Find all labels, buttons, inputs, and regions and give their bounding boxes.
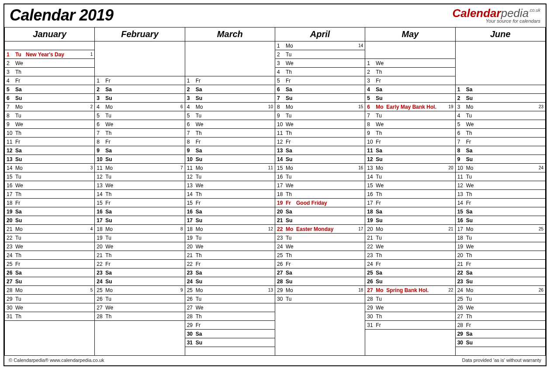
day-number: 24 <box>187 279 196 285</box>
day-cell: 28Su <box>275 277 365 286</box>
day-of-week: Tu <box>286 296 296 302</box>
day-number: 23 <box>367 252 376 258</box>
day-cell: 14Fr <box>455 199 545 207</box>
day-number: 2 <box>97 86 105 93</box>
day-number: 10 <box>277 121 286 127</box>
day-number: 28 <box>277 279 286 285</box>
day-number: 9 <box>97 148 105 154</box>
day-cell: 15Mo16 <box>275 164 365 172</box>
day-number: 5 <box>367 95 376 101</box>
footer: © Calendarpedia® www.calendarpedia.co.uk… <box>4 356 546 365</box>
day-number: 26 <box>97 296 105 302</box>
day-number: 11 <box>457 174 466 180</box>
day-cell: 10Th <box>5 129 95 138</box>
day-of-week: Th <box>196 191 206 197</box>
day-number: 23 <box>457 279 466 285</box>
day-number: 12 <box>457 182 466 189</box>
day-number: 22 <box>187 261 196 267</box>
day-of-week: Fr <box>196 200 206 206</box>
day-number: 8 <box>277 104 286 110</box>
day-of-week: We <box>15 121 26 127</box>
day-number: 20 <box>457 252 466 258</box>
day-number: 4 <box>367 86 376 93</box>
day-number: 4 <box>277 69 286 75</box>
day-cell: 28Th <box>185 312 275 321</box>
day-cell: 27We <box>95 303 185 312</box>
day-cell: 24Su <box>95 277 185 286</box>
day-of-week: We <box>466 305 477 311</box>
day-number: 3 <box>367 78 376 84</box>
day-number: 6 <box>7 95 15 101</box>
day-number: 18 <box>7 200 15 206</box>
day-cell: 4Th <box>275 68 365 76</box>
day-of-week: Sa <box>15 148 26 154</box>
day-of-week: Su <box>466 217 477 224</box>
day-cell: 2Tu <box>275 50 365 59</box>
day-cell: 26Tu <box>95 295 185 303</box>
day-of-week: Sa <box>105 209 116 215</box>
day-cell: 3Mo23 <box>455 103 545 111</box>
day-cell: 7Th <box>185 129 275 138</box>
week-number: 26 <box>536 288 543 292</box>
day-number: 30 <box>187 331 196 337</box>
day-of-week: Tu <box>376 174 386 180</box>
day-of-week: Mo <box>286 165 296 171</box>
day-cell: 30Su <box>455 338 545 347</box>
day-of-week: Fr <box>376 322 386 328</box>
day-number: 21 <box>367 235 376 241</box>
day-number: 14 <box>457 200 466 206</box>
day-of-week: Su <box>376 217 386 224</box>
day-of-week: Fr <box>286 78 296 84</box>
day-cell: 12We <box>455 181 545 190</box>
day-cell: 13Mo20 <box>365 164 455 172</box>
day-cell: 31Th <box>5 312 95 321</box>
day-of-week: Th <box>286 130 296 136</box>
day-cell: 2Sa <box>95 85 185 94</box>
day-cell: 19We <box>455 242 545 251</box>
day-of-week: Th <box>466 191 477 197</box>
day-number: 2 <box>277 52 286 58</box>
day-cell: 24Su <box>185 277 275 286</box>
day-number: 18 <box>367 209 376 215</box>
day-number: 16 <box>97 209 105 215</box>
day-cell: 9Th <box>365 129 455 138</box>
day-number: 23 <box>7 244 15 250</box>
day-number: 14 <box>277 156 286 162</box>
day-cell: 22Fr <box>95 260 185 268</box>
day-number: 18 <box>97 226 105 232</box>
day-number: 6 <box>277 86 286 93</box>
day-number: 11 <box>97 165 105 171</box>
day-number: 15 <box>7 174 15 180</box>
day-cell: 5Su <box>365 94 455 103</box>
day-of-week: Tu <box>105 174 116 180</box>
day-of-week: Fr <box>376 78 386 84</box>
day-of-week: Fr <box>376 139 386 145</box>
day-cell: 5Sa <box>5 85 95 94</box>
day-of-week: Tu <box>15 174 26 180</box>
blank-cell <box>95 41 185 76</box>
day-of-week: Fr <box>286 139 296 145</box>
day-of-week: Fr <box>15 139 26 145</box>
day-cell: 23Su <box>455 277 545 286</box>
day-number: 27 <box>7 279 15 285</box>
footer-right: Data provided 'as is' without warranty <box>462 358 541 363</box>
week-number: 16 <box>355 165 363 170</box>
event-label: Easter Monday <box>296 226 355 232</box>
day-cell: 26Sa <box>5 268 95 277</box>
day-number: 13 <box>187 182 196 189</box>
day-of-week: Tu <box>15 113 26 119</box>
day-number: 10 <box>7 130 15 136</box>
day-of-week: Fr <box>196 261 206 267</box>
day-number: 5 <box>457 121 466 127</box>
day-of-week: Sa <box>286 86 296 93</box>
blank-cell <box>5 41 95 50</box>
month-header: May <box>365 28 455 41</box>
day-of-week: Su <box>466 279 477 285</box>
day-number: 20 <box>277 209 286 215</box>
day-cell: 26Tu <box>185 295 275 303</box>
month-header: January <box>5 28 95 41</box>
day-number: 14 <box>97 191 105 197</box>
day-cell: 15We <box>365 181 455 190</box>
day-of-week: Mo <box>466 287 477 293</box>
day-number: 29 <box>367 305 376 311</box>
